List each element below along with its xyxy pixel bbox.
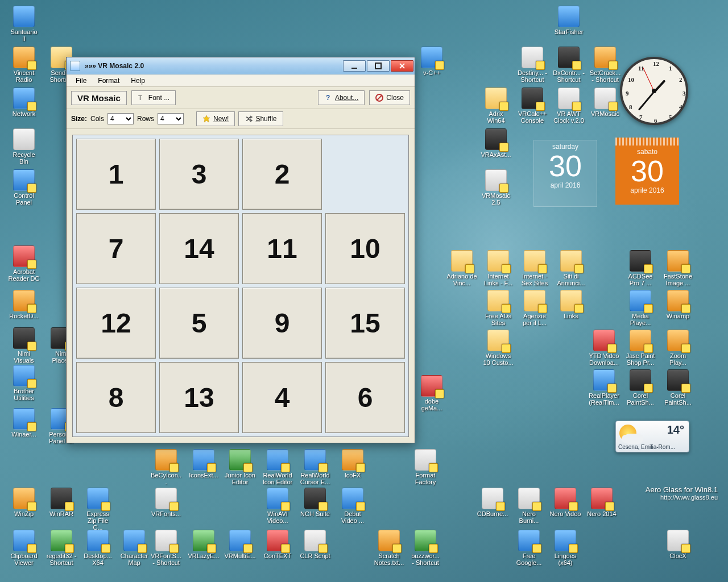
puzzle-tile-2[interactable]: 2 bbox=[242, 139, 322, 210]
desktop-icon[interactable]: RealWorld Icon Editor bbox=[260, 449, 295, 485]
desktop-icon[interactable]: Jasc Paint Shop Pr... bbox=[623, 330, 657, 366]
desktop-icon[interactable]: Destiny... - Shortcut bbox=[515, 47, 549, 83]
menu-help[interactable]: Help bbox=[125, 76, 151, 86]
minimize-button[interactable] bbox=[343, 60, 366, 72]
desktop-icon[interactable]: Recycle Bin bbox=[7, 128, 41, 165]
desktop-icon[interactable]: regedit32 - Shortcut bbox=[44, 530, 78, 566]
desktop-icon[interactable]: SetCrack... - Shortcut bbox=[588, 47, 622, 83]
about-button[interactable]: ? About... bbox=[318, 90, 365, 105]
puzzle-tile-3[interactable]: 3 bbox=[159, 139, 239, 210]
puzzle-tile-7[interactable]: 7 bbox=[76, 213, 156, 284]
desktop-icon[interactable]: WinRAR bbox=[44, 488, 78, 517]
desktop-icon[interactable]: Corel PaintSh... bbox=[623, 369, 657, 406]
desktop-icon[interactable]: Junior Icon Editor bbox=[223, 449, 257, 485]
desktop-icon[interactable]: RealWorld Cursor E... bbox=[298, 449, 332, 485]
menu-file[interactable]: File bbox=[70, 76, 92, 86]
desktop-icon[interactable]: VRLazyE... bbox=[187, 530, 221, 559]
desktop-icon[interactable]: IcoFX bbox=[336, 449, 370, 479]
cols-select[interactable]: 4 bbox=[107, 113, 134, 124]
desktop-icon[interactable]: VRCalc++ Console bbox=[515, 88, 549, 124]
desktop-icon[interactable]: VRMosaic 2.5 bbox=[479, 169, 513, 206]
desktop-icon[interactable]: Debut Video ... bbox=[336, 488, 370, 524]
desktop-icon[interactable]: VR AWT Clock v.2.0 bbox=[552, 88, 586, 124]
desktop-icon[interactable]: Vincent Radio bbox=[7, 47, 41, 83]
new-button[interactable]: New! bbox=[196, 111, 235, 126]
desktop-icon[interactable]: Character Map bbox=[117, 530, 151, 566]
desktop-icon[interactable]: Agenzie per il L... bbox=[518, 290, 552, 326]
titlebar[interactable]: »»» VR Mosaic 2.0 bbox=[67, 57, 415, 74]
puzzle-tile-5[interactable]: 5 bbox=[159, 288, 239, 359]
puzzle-tile-13[interactable]: 13 bbox=[159, 362, 239, 433]
puzzle-tile-14[interactable]: 14 bbox=[159, 213, 239, 284]
desktop-icon[interactable]: NCH Suite bbox=[298, 488, 332, 517]
desktop-icon[interactable]: FastStone Image ... bbox=[661, 250, 695, 286]
desktop-icon[interactable]: Network bbox=[7, 88, 41, 117]
desktop-icon[interactable]: YTD Video Downloa... bbox=[587, 330, 621, 366]
desktop-icon[interactable]: RealPlayer (RealTim... bbox=[587, 369, 621, 406]
desktop-icon[interactable]: Adriano de Vinc... bbox=[445, 250, 479, 286]
desktop-icon[interactable]: Adrix Win64 bbox=[479, 88, 513, 124]
puzzle-tile-15[interactable]: 15 bbox=[325, 288, 405, 359]
desktop-icon[interactable]: VRAxAst... bbox=[479, 128, 513, 158]
rows-select[interactable]: 4 bbox=[158, 113, 184, 124]
desktop-icon[interactable]: Desktop... X64 bbox=[81, 530, 115, 566]
menu-format[interactable]: Format bbox=[92, 76, 125, 86]
desktop-icon[interactable]: VRFonts... bbox=[149, 488, 183, 517]
desktop-icon[interactable]: ACDSee Pro 7 ... bbox=[623, 250, 657, 286]
desktop-icon[interactable]: Winamp bbox=[661, 290, 695, 319]
desktop-icon[interactable]: Nero Burni... bbox=[512, 488, 546, 524]
desktop-icon[interactable]: Nero Video bbox=[548, 488, 582, 517]
desktop-icon[interactable]: Windows 10 Custo... bbox=[481, 330, 515, 366]
puzzle-tile-4[interactable]: 4 bbox=[242, 362, 322, 433]
maximize-button[interactable] bbox=[367, 60, 390, 72]
desktop-icon[interactable]: Free ADs Sites bbox=[481, 290, 515, 326]
puzzle-tile-8[interactable]: 8 bbox=[76, 362, 156, 433]
desktop-icon[interactable]: Control Panel bbox=[7, 169, 41, 206]
puzzle-tile-12[interactable]: 12 bbox=[76, 288, 156, 359]
desktop-icon[interactable]: Clipboard Viewer bbox=[7, 530, 41, 566]
desktop-icon[interactable]: v-C++ bbox=[415, 47, 449, 76]
desktop-icon[interactable]: Express Zip File C... bbox=[81, 488, 115, 531]
desktop-icon[interactable]: WinAVI Video... bbox=[260, 488, 295, 524]
desktop-icon[interactable]: VRMosaic bbox=[588, 88, 622, 117]
desktop-icon[interactable]: Internet Links - F... bbox=[481, 250, 515, 286]
desktop-icon[interactable]: StarFisher bbox=[552, 6, 586, 35]
desktop-icon[interactable]: BeCyIcon... bbox=[149, 449, 183, 485]
close-button[interactable]: Close bbox=[369, 90, 410, 105]
desktop-icon[interactable]: Acrobat Reader DC bbox=[7, 246, 41, 282]
desktop-icon[interactable]: Free Google... bbox=[512, 530, 546, 566]
desktop-icon[interactable]: Nero 2014 bbox=[585, 488, 619, 517]
desktop-icon[interactable]: Nimi Visuals bbox=[7, 327, 41, 364]
desktop-icon[interactable]: Format Factory bbox=[408, 449, 442, 485]
desktop-icon[interactable]: WinZip bbox=[7, 488, 41, 517]
desktop-icon[interactable]: Links bbox=[554, 290, 588, 319]
desktop-icon[interactable]: buzzwor... - Shortcut bbox=[408, 530, 442, 566]
desktop-icon[interactable]: Media Playe... bbox=[623, 290, 657, 326]
desktop-icon[interactable]: ClocX bbox=[661, 530, 695, 559]
desktop-icon[interactable]: Brother Utilities bbox=[7, 365, 41, 401]
puzzle-tile-10[interactable]: 10 bbox=[325, 213, 405, 284]
desktop-icon[interactable]: Winaer... bbox=[7, 408, 41, 438]
puzzle-tile-1[interactable]: 1 bbox=[76, 139, 156, 210]
desktop-icon[interactable]: Scratch Notes.txt... bbox=[372, 530, 406, 566]
puzzle-tile-11[interactable]: 11 bbox=[242, 213, 322, 284]
desktop-icon[interactable]: ConTEXT bbox=[260, 530, 295, 559]
desktop-icon[interactable]: CDBurne... bbox=[475, 488, 510, 517]
desktop-icon[interactable]: VRMultiE... bbox=[223, 530, 257, 559]
puzzle-tile-6[interactable]: 6 bbox=[325, 362, 405, 433]
puzzle-tile-9[interactable]: 9 bbox=[242, 288, 322, 359]
desktop-icon[interactable]: DxContr... - Shortcut bbox=[552, 47, 586, 83]
desktop-icon[interactable]: RocketD... bbox=[7, 290, 41, 319]
desktop-icon[interactable]: Santuario II bbox=[7, 6, 41, 42]
desktop-icon[interactable]: Corel PaintSh... bbox=[661, 369, 695, 406]
desktop-icon[interactable]: Internet - Sex Sites bbox=[518, 250, 552, 286]
desktop-icon[interactable]: IconsExt... bbox=[187, 449, 221, 479]
desktop-icon[interactable]: Zoom Play... bbox=[661, 330, 695, 366]
font-button[interactable]: T Font ... bbox=[131, 90, 176, 105]
desktop-icon[interactable]: dobe geMa... bbox=[415, 375, 449, 411]
shuffle-button[interactable]: Shuffle bbox=[238, 111, 283, 126]
desktop-icon[interactable]: Siti di Annunci... bbox=[554, 250, 588, 286]
desktop-icon[interactable]: CLR Script bbox=[298, 530, 332, 559]
close-window-button[interactable] bbox=[391, 60, 413, 72]
desktop-icon[interactable]: VRFontS... - Shortcut bbox=[149, 530, 183, 566]
